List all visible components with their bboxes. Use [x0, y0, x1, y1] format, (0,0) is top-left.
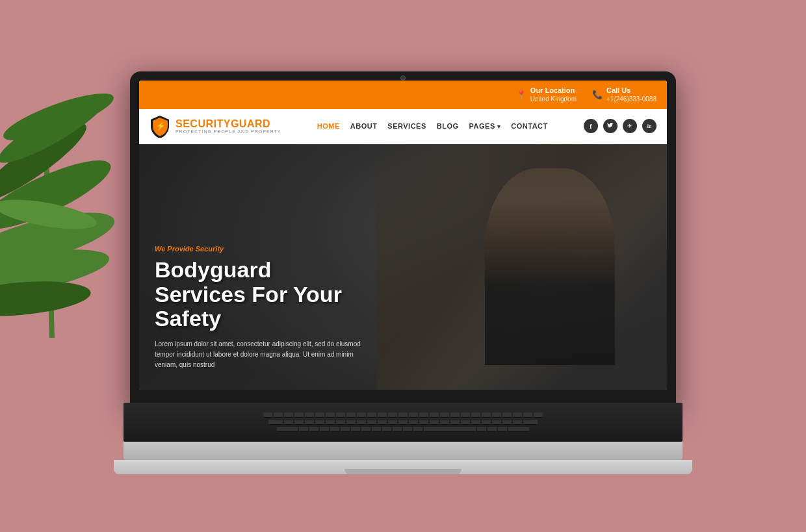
laptop-lid: 📍 Our Location United Kingdom 📞 Call Us …: [130, 71, 676, 409]
call-info: 📞 Call Us +1(246)333-0088: [592, 86, 656, 102]
nav-contact[interactable]: CONTACT: [511, 122, 547, 130]
key: [492, 412, 501, 418]
key: [403, 427, 412, 432]
laptop: 📍 Our Location United Kingdom 📞 Call Us …: [110, 71, 696, 474]
call-label: Call Us: [606, 86, 656, 95]
plant-decoration: [0, 0, 143, 338]
key: [409, 420, 418, 425]
logo-subtitle: PROTECTING PEOPLE AND PROPERTY: [176, 129, 281, 134]
nav-about[interactable]: ABOUT: [350, 122, 378, 130]
twitter-icon[interactable]: [603, 119, 618, 133]
key: [294, 420, 304, 425]
key: [430, 420, 439, 425]
nav-blog[interactable]: BLOG: [437, 122, 459, 130]
logo: ⚡ SECURITYGUARD PROTECTING PEOPLE AND PR…: [150, 114, 281, 138]
key: [330, 427, 339, 432]
location-icon: 📍: [516, 90, 526, 99]
social-icons: f ✈ in: [584, 119, 656, 133]
key: [471, 420, 480, 425]
key: [284, 420, 293, 425]
key: [277, 427, 298, 432]
hero-description: Lorem ipsum dolor sit amet, consectetur …: [155, 339, 369, 370]
key: [274, 412, 283, 418]
call-value: +1(246)333-0088: [606, 95, 656, 103]
hero-title: Bodyguard Services For Your Safety: [155, 258, 369, 331]
key: [372, 427, 381, 432]
key: [477, 427, 486, 432]
key: [419, 420, 428, 425]
svg-point-8: [0, 277, 92, 322]
key: [430, 412, 439, 418]
key: [336, 420, 345, 425]
key: [326, 412, 335, 418]
key: [523, 412, 532, 418]
key: [398, 420, 408, 425]
key: [305, 412, 314, 418]
key: [320, 427, 329, 432]
key: [361, 427, 370, 432]
key: [502, 420, 512, 425]
key: [398, 412, 408, 418]
key: [367, 412, 376, 418]
key: [440, 420, 449, 425]
key: [305, 420, 314, 425]
nav-home[interactable]: HOME: [317, 122, 340, 130]
key: [378, 420, 387, 425]
main-nav: HOME ABOUT SERVICES BLOG PAGES CONTACT: [317, 122, 548, 130]
key: [263, 412, 272, 418]
key: [341, 427, 350, 432]
key: [346, 412, 356, 418]
telegram-icon[interactable]: ✈: [623, 119, 637, 133]
key: [284, 412, 293, 418]
key: [378, 412, 387, 418]
linkedin-icon[interactable]: in: [642, 119, 656, 133]
webcam: [400, 75, 406, 81]
facebook-icon[interactable]: f: [584, 119, 598, 133]
key: [299, 427, 308, 432]
key: [315, 412, 324, 418]
key: [471, 412, 480, 418]
key: [393, 427, 402, 432]
logo-shield-icon: ⚡: [150, 114, 170, 138]
key: [440, 412, 449, 418]
key: [461, 412, 470, 418]
key: [513, 420, 522, 425]
laptop-base-top: [124, 442, 682, 460]
key: [534, 412, 543, 418]
key: [419, 412, 428, 418]
key: [382, 427, 391, 432]
key: [315, 420, 324, 425]
key: [367, 420, 376, 425]
key: [388, 420, 397, 425]
key: [336, 412, 345, 418]
key: [309, 427, 318, 432]
key: [424, 427, 476, 432]
nav-pages[interactable]: PAGES: [469, 122, 501, 130]
key: [482, 412, 491, 418]
key: [450, 412, 460, 418]
key: [482, 420, 491, 425]
website: 📍 Our Location United Kingdom 📞 Call Us …: [139, 81, 667, 390]
hero-content: We Provide Security Bodyguard Services F…: [155, 245, 369, 370]
key: [508, 427, 529, 432]
key: [326, 420, 335, 425]
nav-services[interactable]: SERVICES: [387, 122, 426, 130]
hero-section: We Provide Security Bodyguard Services F…: [139, 144, 667, 390]
key: [450, 420, 460, 425]
key: [461, 420, 470, 425]
hero-tagline: We Provide Security: [155, 245, 369, 253]
location-info: 📍 Our Location United Kingdom: [516, 86, 577, 102]
key: [488, 427, 497, 432]
location-label: Our Location: [530, 86, 577, 95]
site-header: ⚡ SECURITYGUARD PROTECTING PEOPLE AND PR…: [139, 109, 667, 144]
key: [346, 420, 356, 425]
call-icon: 📞: [592, 90, 603, 99]
laptop-base: [110, 403, 696, 474]
key: [498, 427, 507, 432]
key: [268, 420, 283, 425]
logo-title: SECURITYGUARD: [176, 119, 281, 129]
laptop-base-bottom: [114, 460, 692, 474]
key: [413, 427, 422, 432]
key: [357, 420, 366, 425]
key: [409, 412, 418, 418]
